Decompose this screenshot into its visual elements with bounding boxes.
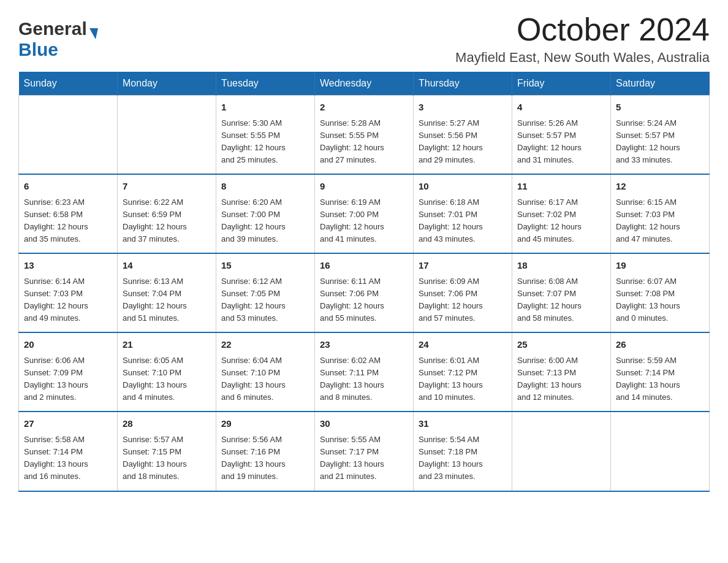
day-number: 2 [320,101,408,115]
day-info: Sunrise: 5:24 AMSunset: 5:57 PMDaylight:… [616,117,704,167]
day-number: 10 [419,180,507,194]
day-info: Sunrise: 5:56 AMSunset: 7:16 PMDaylight:… [221,434,309,483]
location-title: Mayfield East, New South Wales, Australi… [455,50,710,66]
day-number: 5 [616,101,704,115]
day-number: 12 [616,180,704,194]
day-info: Sunrise: 5:58 AMSunset: 7:14 PMDaylight:… [24,434,112,483]
header-thursday: Thursday [414,72,512,96]
day-info: Sunrise: 6:23 AMSunset: 6:58 PMDaylight:… [24,196,112,246]
calendar-body: 1Sunrise: 5:30 AMSunset: 5:55 PMDaylight… [19,96,710,491]
day-info: Sunrise: 5:27 AMSunset: 5:56 PMDaylight:… [419,117,507,167]
day-number: 30 [320,417,408,431]
calendar-week-1: 1Sunrise: 5:30 AMSunset: 5:55 PMDaylight… [19,96,710,175]
day-number: 25 [517,338,605,352]
calendar-cell [118,96,216,175]
calendar-cell: 12Sunrise: 6:15 AMSunset: 7:03 PMDayligh… [611,174,710,253]
logo-blue-text: Blue [18,39,58,59]
day-info: Sunrise: 6:13 AMSunset: 7:04 PMDaylight:… [123,275,211,325]
day-info: Sunrise: 6:14 AMSunset: 7:03 PMDaylight:… [24,275,112,325]
calendar-week-4: 20Sunrise: 6:06 AMSunset: 7:09 PMDayligh… [19,332,710,412]
day-info: Sunrise: 5:26 AMSunset: 5:57 PMDaylight:… [517,117,605,167]
day-info: Sunrise: 6:01 AMSunset: 7:12 PMDaylight:… [419,354,507,404]
day-info: Sunrise: 6:11 AMSunset: 7:06 PMDaylight:… [320,275,408,325]
day-number: 13 [24,259,112,273]
day-number: 1 [221,101,309,115]
calendar-cell: 25Sunrise: 6:00 AMSunset: 7:13 PMDayligh… [512,332,611,412]
day-info: Sunrise: 5:59 AMSunset: 7:14 PMDaylight:… [616,354,704,404]
day-number: 4 [517,101,605,115]
calendar-cell: 21Sunrise: 6:05 AMSunset: 7:10 PMDayligh… [118,332,216,412]
calendar-cell: 7Sunrise: 6:22 AMSunset: 6:59 PMDaylight… [118,174,216,253]
calendar-cell: 18Sunrise: 6:08 AMSunset: 7:07 PMDayligh… [512,253,611,332]
day-info: Sunrise: 6:08 AMSunset: 7:07 PMDaylight:… [517,275,605,325]
day-info: Sunrise: 6:18 AMSunset: 7:01 PMDaylight:… [419,196,507,246]
logo-general-text: General [18,18,87,39]
day-info: Sunrise: 6:12 AMSunset: 7:05 PMDaylight:… [221,275,309,325]
day-info: Sunrise: 6:19 AMSunset: 7:00 PMDaylight:… [320,196,408,246]
day-info: Sunrise: 5:55 AMSunset: 7:17 PMDaylight:… [320,434,408,483]
day-info: Sunrise: 6:09 AMSunset: 7:06 PMDaylight:… [419,275,507,325]
calendar-cell: 9Sunrise: 6:19 AMSunset: 7:00 PMDaylight… [315,174,414,253]
day-number: 17 [419,259,507,273]
header-wednesday: Wednesday [315,72,414,96]
logo: General Blue [18,12,98,60]
calendar-week-3: 13Sunrise: 6:14 AMSunset: 7:03 PMDayligh… [19,253,710,332]
day-info: Sunrise: 5:57 AMSunset: 7:15 PMDaylight:… [123,434,211,483]
calendar-cell: 10Sunrise: 6:18 AMSunset: 7:01 PMDayligh… [414,174,512,253]
day-number: 23 [320,338,408,352]
day-number: 24 [419,338,507,352]
calendar-cell: 13Sunrise: 6:14 AMSunset: 7:03 PMDayligh… [19,253,118,332]
calendar-cell [611,412,710,491]
day-info: Sunrise: 6:00 AMSunset: 7:13 PMDaylight:… [517,354,605,404]
calendar-cell: 2Sunrise: 5:28 AMSunset: 5:55 PMDaylight… [315,96,414,175]
calendar-cell: 30Sunrise: 5:55 AMSunset: 7:17 PMDayligh… [315,412,414,491]
calendar-week-2: 6Sunrise: 6:23 AMSunset: 6:58 PMDaylight… [19,174,710,253]
calendar-cell [512,412,611,491]
day-info: Sunrise: 6:20 AMSunset: 7:00 PMDaylight:… [221,196,309,246]
day-number: 6 [24,180,112,194]
header-tuesday: Tuesday [216,72,315,96]
calendar-cell: 1Sunrise: 5:30 AMSunset: 5:55 PMDaylight… [216,96,315,175]
day-number: 27 [24,417,112,431]
calendar-cell: 28Sunrise: 5:57 AMSunset: 7:15 PMDayligh… [118,412,216,491]
day-info: Sunrise: 6:15 AMSunset: 7:03 PMDaylight:… [616,196,704,246]
header-sunday: Sunday [19,72,118,96]
day-number: 3 [419,101,507,115]
calendar-cell: 16Sunrise: 6:11 AMSunset: 7:06 PMDayligh… [315,253,414,332]
calendar-cell: 22Sunrise: 6:04 AMSunset: 7:10 PMDayligh… [216,332,315,412]
calendar-cell: 17Sunrise: 6:09 AMSunset: 7:06 PMDayligh… [414,253,512,332]
calendar-cell: 8Sunrise: 6:20 AMSunset: 7:00 PMDaylight… [216,174,315,253]
day-number: 15 [221,259,309,273]
day-number: 9 [320,180,408,194]
calendar-table: SundayMondayTuesdayWednesdayThursdayFrid… [18,72,710,491]
day-info: Sunrise: 5:54 AMSunset: 7:18 PMDaylight:… [419,434,507,483]
day-number: 21 [123,338,211,352]
header-monday: Monday [118,72,216,96]
calendar-cell: 27Sunrise: 5:58 AMSunset: 7:14 PMDayligh… [19,412,118,491]
day-number: 18 [517,259,605,273]
calendar-cell: 24Sunrise: 6:01 AMSunset: 7:12 PMDayligh… [414,332,512,412]
calendar-cell: 11Sunrise: 6:17 AMSunset: 7:02 PMDayligh… [512,174,611,253]
calendar-cell: 19Sunrise: 6:07 AMSunset: 7:08 PMDayligh… [611,253,710,332]
day-number: 14 [123,259,211,273]
title-area: October 2024 Mayfield East, New South Wa… [455,12,710,66]
day-number: 7 [123,180,211,194]
day-info: Sunrise: 6:07 AMSunset: 7:08 PMDaylight:… [616,275,704,325]
calendar-cell: 31Sunrise: 5:54 AMSunset: 7:18 PMDayligh… [414,412,512,491]
calendar-week-5: 27Sunrise: 5:58 AMSunset: 7:14 PMDayligh… [19,412,710,491]
day-info: Sunrise: 5:30 AMSunset: 5:55 PMDaylight:… [221,117,309,167]
day-info: Sunrise: 6:17 AMSunset: 7:02 PMDaylight:… [517,196,605,246]
calendar-cell: 4Sunrise: 5:26 AMSunset: 5:57 PMDaylight… [512,96,611,175]
day-number: 16 [320,259,408,273]
calendar-cell: 26Sunrise: 5:59 AMSunset: 7:14 PMDayligh… [611,332,710,412]
calendar-cell: 15Sunrise: 6:12 AMSunset: 7:05 PMDayligh… [216,253,315,332]
calendar-cell: 6Sunrise: 6:23 AMSunset: 6:58 PMDaylight… [19,174,118,253]
calendar-cell: 29Sunrise: 5:56 AMSunset: 7:16 PMDayligh… [216,412,315,491]
day-number: 20 [24,338,112,352]
day-info: Sunrise: 5:28 AMSunset: 5:55 PMDaylight:… [320,117,408,167]
calendar-cell: 14Sunrise: 6:13 AMSunset: 7:04 PMDayligh… [118,253,216,332]
header: General Blue October 2024 Mayfield East,… [18,12,710,66]
logo-triangle-icon [89,28,98,39]
calendar-cell [19,96,118,175]
day-number: 28 [123,417,211,431]
